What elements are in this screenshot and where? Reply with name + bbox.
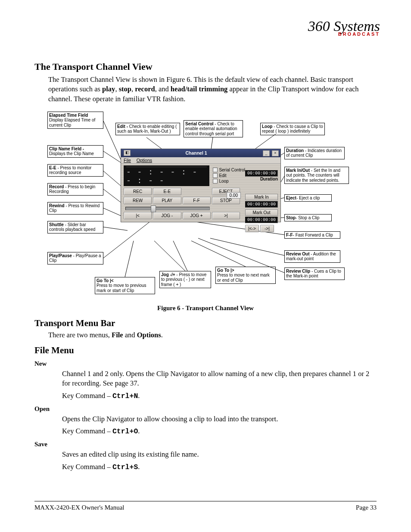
ff-button[interactable]: F-F bbox=[183, 197, 211, 204]
svg-line-19 bbox=[173, 241, 187, 271]
callout-loop: Loop - Check to cause a Clip to repeat (… bbox=[260, 123, 325, 135]
callout-duration: Duration - Indicates duration of current… bbox=[284, 147, 345, 159]
goto-end-button[interactable]: >| bbox=[212, 212, 240, 219]
edit-label: Edit bbox=[219, 173, 226, 178]
transport-channel-window: ◧ Channel 1 _ × File Options bbox=[121, 149, 281, 222]
callout-review-out: Review Out - Audition the mark-out point bbox=[284, 250, 340, 263]
jog-plus-button[interactable]: JOG + bbox=[183, 212, 211, 219]
jog-minus-button[interactable]: JOG - bbox=[153, 212, 181, 219]
open-desc: Opens the Clip Navigator to allow choosi… bbox=[62, 414, 377, 424]
open-key: Key Command – Ctrl+O. bbox=[62, 426, 377, 436]
goto-start-button[interactable]: |< bbox=[124, 212, 152, 219]
new-key: Key Command – Ctrl+N. bbox=[62, 391, 377, 401]
footer-left: MAXX-2420-EX Owner's Manual bbox=[34, 504, 125, 511]
brand-logo: 360 Systems BROADCAST bbox=[308, 19, 380, 37]
callout-edit: Edit - Check to enable editing ( such as… bbox=[115, 123, 180, 135]
callout-stop: Stop- Stop a Clip bbox=[284, 214, 332, 222]
review-clip-button[interactable]: |<-> bbox=[245, 225, 259, 232]
timecode-display: - - : - - : - - : - - bbox=[124, 165, 209, 186]
shuttle-slider[interactable] bbox=[125, 207, 210, 210]
rew-button[interactable]: REW bbox=[124, 197, 152, 204]
callout-playpause: Play/Pause - Play/Pause a Clip bbox=[47, 252, 103, 264]
intro-paragraph: The Transport Channel View is shown in F… bbox=[48, 75, 377, 104]
serial-control-checkbox[interactable] bbox=[213, 168, 218, 172]
callout-serial: Serial Control - Check to enable externa… bbox=[184, 120, 243, 138]
menu-file[interactable]: File bbox=[124, 158, 131, 163]
section-heading-menu-bar: Transport Menu Bar bbox=[34, 318, 377, 329]
callout-shuttle: Shuttle - Slider bar controls playback s… bbox=[47, 221, 103, 233]
svg-line-17 bbox=[125, 241, 134, 277]
close-button[interactable]: × bbox=[272, 150, 279, 156]
menu-bar-paragraph: There are two menus, File and Options. bbox=[48, 330, 377, 340]
rec-button[interactable]: REC bbox=[124, 188, 152, 195]
clip-name-field bbox=[126, 166, 207, 167]
subhead-new: New bbox=[34, 360, 377, 367]
figure-caption: Figure 6 - Transport Channel View bbox=[34, 305, 377, 312]
callout-elapsed: Elapsed Time FieldDisplay Elapsed Time o… bbox=[47, 112, 103, 129]
play-button[interactable]: PLAY bbox=[153, 197, 181, 204]
svg-line-5 bbox=[103, 227, 128, 230]
save-key: Key Command – Ctrl+S. bbox=[62, 462, 377, 472]
section-heading-file-menu: File Menu bbox=[34, 345, 377, 356]
mark-in-button[interactable]: Mark In bbox=[245, 194, 278, 200]
window-sysmenu-icon[interactable]: ◧ bbox=[124, 150, 131, 156]
mark-out-button[interactable]: Mark Out bbox=[245, 209, 278, 216]
callout-goto-end: Go To |>Press to move to next mark or en… bbox=[215, 267, 276, 284]
callout-eject: Eject- Eject a clip bbox=[284, 194, 332, 202]
menubar: File Options bbox=[121, 157, 280, 164]
speed-readout: 0.00 bbox=[227, 192, 241, 199]
mark-out-value: 00:00:00:00 bbox=[245, 217, 278, 223]
callout-ff: F-F- Fast Forward a Clip bbox=[284, 231, 340, 239]
callout-clipname: Clip Name Field -Displays the Clip Name bbox=[47, 145, 103, 158]
subhead-open: Open bbox=[34, 405, 377, 413]
duration-value: 00:00:00:00 bbox=[245, 170, 278, 177]
menu-options[interactable]: Options bbox=[137, 158, 152, 163]
subhead-save: Save bbox=[34, 441, 377, 448]
callout-jog: Jog -/+ - Press to move to previous ( - … bbox=[159, 271, 211, 289]
svg-line-15 bbox=[210, 238, 284, 255]
svg-line-6 bbox=[103, 221, 151, 258]
callout-record: Record - Press to begin Recording bbox=[47, 183, 103, 196]
serial-control-label: Serial Control bbox=[219, 167, 245, 173]
minimize-button[interactable]: _ bbox=[263, 150, 270, 156]
svg-line-20 bbox=[191, 241, 246, 267]
save-desc: Saves an edited clip using its existing … bbox=[62, 450, 377, 459]
loop-label: Loop bbox=[219, 178, 228, 184]
elapsed-time-readout: - - : - - : - - : - - bbox=[126, 168, 207, 185]
figure-6: Elapsed Time FieldDisplay Elapsed Time o… bbox=[34, 112, 377, 301]
callout-ee: E-E - Press to monitor recording source bbox=[47, 164, 103, 177]
edit-checkbox[interactable] bbox=[213, 173, 218, 178]
loop-checkbox[interactable] bbox=[213, 179, 218, 184]
callout-review-clip: Review Clip - Cues a Clip to the Mark-in… bbox=[284, 268, 345, 280]
review-out-button[interactable]: ->| bbox=[260, 225, 274, 232]
mark-in-value: 00:00:00:00 bbox=[245, 201, 278, 208]
footer-right: Page 33 bbox=[356, 504, 377, 511]
callout-goto-start: Go To |<Press to move to previous mark o… bbox=[95, 277, 155, 295]
callout-rewind: Rewind - Press to Rewind Clip bbox=[47, 202, 103, 215]
ee-button[interactable]: E-E bbox=[153, 188, 181, 195]
section-heading-transport-view: The Transport Channel View bbox=[34, 61, 377, 72]
new-desc: Channel 1 and 2 only. Opens the Clip Nav… bbox=[62, 369, 377, 389]
callout-markio: Mark In/Out - Set the In and out points.… bbox=[284, 167, 349, 184]
window-title: Channel 1 bbox=[131, 150, 262, 156]
svg-line-18 bbox=[154, 241, 185, 271]
